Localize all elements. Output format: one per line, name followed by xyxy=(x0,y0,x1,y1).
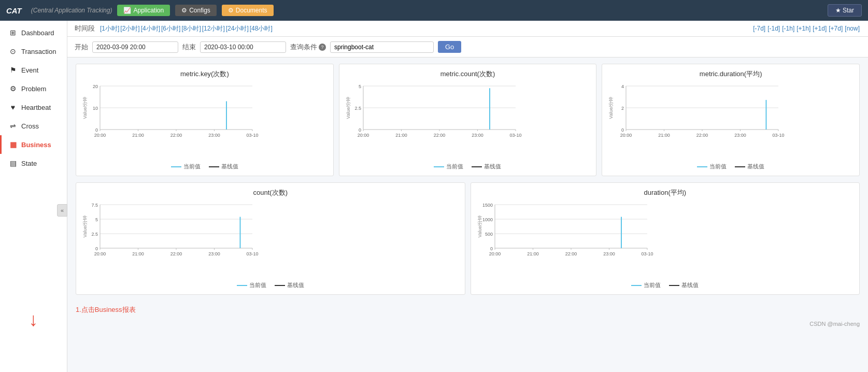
time-option-24小时[interactable]: [24小时] xyxy=(226,25,249,32)
time-option-6小时[interactable]: [6小时] xyxy=(161,25,180,32)
app-header: CAT (Central Application Tracking) 📈 App… xyxy=(0,0,868,21)
sidebar-label-problem: Problem xyxy=(21,85,46,93)
state-icon: ▤ xyxy=(9,159,17,167)
svg-text:500: 500 xyxy=(485,232,492,237)
time-nav-+1d[interactable]: [+1d] xyxy=(813,25,827,32)
svg-text:22:00: 22:00 xyxy=(170,251,182,256)
sidebar-label-transaction: Transaction xyxy=(21,48,56,55)
sidebar: ⊞ Dashboard⊙ Transaction⚑ Event⚙ Problem… xyxy=(0,21,67,372)
time-option-2小时[interactable]: [2小时] xyxy=(120,25,139,32)
svg-text:Value/分钟: Value/分钟 xyxy=(346,97,351,119)
svg-text:22:00: 22:00 xyxy=(433,133,445,138)
star-button[interactable]: ★ Star xyxy=(828,4,862,17)
svg-text:5: 5 xyxy=(95,217,98,222)
sidebar-nav: ⊞ Dashboard⊙ Transaction⚑ Event⚙ Problem… xyxy=(0,23,67,173)
svg-text:1000: 1000 xyxy=(482,217,492,222)
chart-card-count: count(次数) Value/分钟 7.5 5 2.5 0 20:0021:0… xyxy=(76,182,465,295)
time-option-48小时[interactable]: [48小时] xyxy=(250,25,273,32)
sidebar-item-business[interactable]: ▦ Business xyxy=(0,135,67,154)
svg-text:21:00: 21:00 xyxy=(132,133,144,138)
svg-text:23:00: 23:00 xyxy=(208,251,220,256)
chart-wrapper-metric-count: Value/分钟 5 2.5 0 20:0021:0022:0023:0003-… xyxy=(345,82,591,160)
time-nav--1d[interactable]: [-1d] xyxy=(767,25,780,32)
chart-legend-count: 当前值 基线值 xyxy=(81,281,460,289)
legend-base-duration: 基线值 xyxy=(669,281,699,289)
time-nav-+1h[interactable]: [+1h] xyxy=(796,25,810,32)
svg-text:7.5: 7.5 xyxy=(91,203,98,208)
svg-text:21:00: 21:00 xyxy=(659,133,671,138)
svg-text:5: 5 xyxy=(359,84,361,89)
problem-icon: ⚙ xyxy=(9,84,17,93)
svg-text:20:00: 20:00 xyxy=(620,133,632,138)
sidebar-item-event[interactable]: ⚑ Event xyxy=(0,61,67,79)
chart-wrapper-metric-key: Value/分钟 20 10 0 20:0021:0022:0023:0003-… xyxy=(81,82,328,160)
legend-current-metric-duration: 当前值 xyxy=(697,163,727,170)
svg-text:Value/分钟: Value/分钟 xyxy=(82,97,88,119)
svg-text:2: 2 xyxy=(621,106,624,111)
legend-base-metric-count: 基线值 xyxy=(472,163,501,170)
legend-current-metric-key: 当前值 xyxy=(171,163,201,170)
svg-text:22:00: 22:00 xyxy=(170,133,182,138)
svg-text:20:00: 20:00 xyxy=(489,251,501,256)
sidebar-label-state: State xyxy=(21,160,37,167)
sidebar-item-heartbeat[interactable]: ♥ Heartbeat xyxy=(0,98,67,117)
svg-text:Value/分钟: Value/分钟 xyxy=(477,216,482,238)
query-bar: 开始 结束 查询条件 ? Go xyxy=(67,37,868,58)
time-nav-now[interactable]: [now] xyxy=(845,25,860,32)
svg-text:20:00: 20:00 xyxy=(94,251,106,256)
footer-note: 1.点击Business报表 xyxy=(67,301,868,319)
time-option-12小时[interactable]: [12小时] xyxy=(202,25,225,32)
svg-text:0: 0 xyxy=(359,127,361,133)
configs-button[interactable]: ⚙ Configs xyxy=(175,5,217,16)
svg-text:0: 0 xyxy=(95,127,98,133)
cross-icon: ⇌ xyxy=(9,122,17,130)
application-button[interactable]: 📈 Application xyxy=(117,5,170,16)
condition-input[interactable] xyxy=(330,41,434,53)
time-nav-+7d[interactable]: [+7d] xyxy=(829,25,843,32)
scroll-arrow: ↓ xyxy=(29,309,38,331)
chart-card-metric-count: metric.count(次数) Value/分钟 5 2.5 0 20:002… xyxy=(339,64,597,176)
sidebar-item-transaction[interactable]: ⊙ Transaction xyxy=(0,42,67,61)
sidebar-item-problem[interactable]: ⚙ Problem xyxy=(0,79,67,98)
condition-label: 查询条件 ? xyxy=(290,42,326,52)
svg-text:22:00: 22:00 xyxy=(565,251,577,256)
chart-legend-metric-duration: 当前值 基线值 xyxy=(607,163,854,170)
svg-text:2.5: 2.5 xyxy=(354,106,361,111)
legend-current-duration: 当前值 xyxy=(631,281,661,289)
svg-text:20: 20 xyxy=(93,84,98,89)
svg-text:23:00: 23:00 xyxy=(603,251,615,256)
go-button[interactable]: Go xyxy=(438,41,461,53)
sidebar-item-state[interactable]: ▤ State xyxy=(0,154,67,173)
time-nav--7d[interactable]: [-7d] xyxy=(753,25,765,32)
heartbeat-icon: ♥ xyxy=(9,103,17,111)
svg-text:0: 0 xyxy=(95,246,98,251)
time-option-8小时[interactable]: [8小时] xyxy=(181,25,201,32)
time-nav--1h[interactable]: [-1h] xyxy=(782,25,794,32)
time-option-4小时[interactable]: [4小时] xyxy=(141,25,160,32)
start-date-input[interactable] xyxy=(92,41,178,53)
top-charts-grid: metric.key(次数) Value/分钟 20 10 0 20:0021:… xyxy=(67,58,868,182)
time-option-1小时[interactable]: [1小时] xyxy=(100,25,119,32)
documents-button[interactable]: ⚙ Documents xyxy=(222,5,274,16)
start-label: 开始 xyxy=(75,42,88,52)
collapse-button[interactable]: « xyxy=(57,204,67,217)
time-period-label: 时间段 xyxy=(75,24,95,33)
svg-text:03-10: 03-10 xyxy=(773,133,785,138)
chart-legend-metric-key: 当前值 基线值 xyxy=(81,163,328,170)
sidebar-item-dashboard[interactable]: ⊞ Dashboard xyxy=(0,23,67,42)
sidebar-label-heartbeat: Heartbeat xyxy=(21,104,51,111)
application-icon: 📈 xyxy=(123,7,131,14)
svg-text:10: 10 xyxy=(93,106,98,111)
sidebar-item-cross[interactable]: ⇌ Cross xyxy=(0,117,67,135)
event-icon: ⚑ xyxy=(9,66,17,74)
chart-title-metric-duration: metric.duration(平均) xyxy=(607,69,854,79)
end-date-input[interactable] xyxy=(200,41,286,53)
svg-text:23:00: 23:00 xyxy=(472,133,483,138)
svg-text:21:00: 21:00 xyxy=(132,251,144,256)
svg-text:23:00: 23:00 xyxy=(735,133,747,138)
sidebar-label-event: Event xyxy=(21,66,38,74)
chart-wrapper-count: Value/分钟 7.5 5 2.5 0 20:0021:0022:0023:0… xyxy=(81,201,460,278)
legend-base-count: 基线值 xyxy=(275,281,304,289)
sidebar-label-cross: Cross xyxy=(21,122,39,130)
business-icon: ▦ xyxy=(9,140,17,149)
